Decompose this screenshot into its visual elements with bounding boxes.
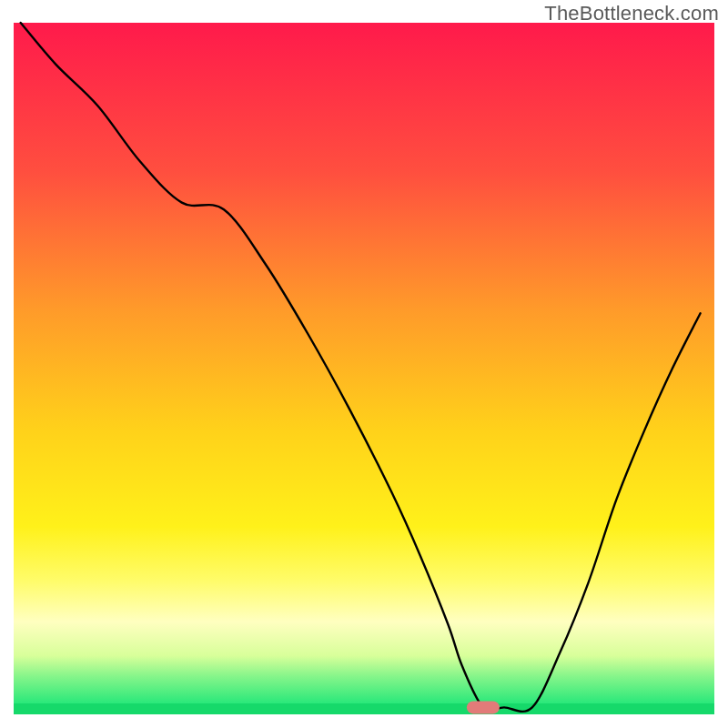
- chart-container: TheBottleneck.com: [0, 0, 728, 728]
- watermark-text: TheBottleneck.com: [544, 2, 719, 25]
- plot-gradient-area: [14, 23, 714, 703]
- optimal-marker: [467, 701, 500, 713]
- bottleneck-plot: [0, 0, 728, 728]
